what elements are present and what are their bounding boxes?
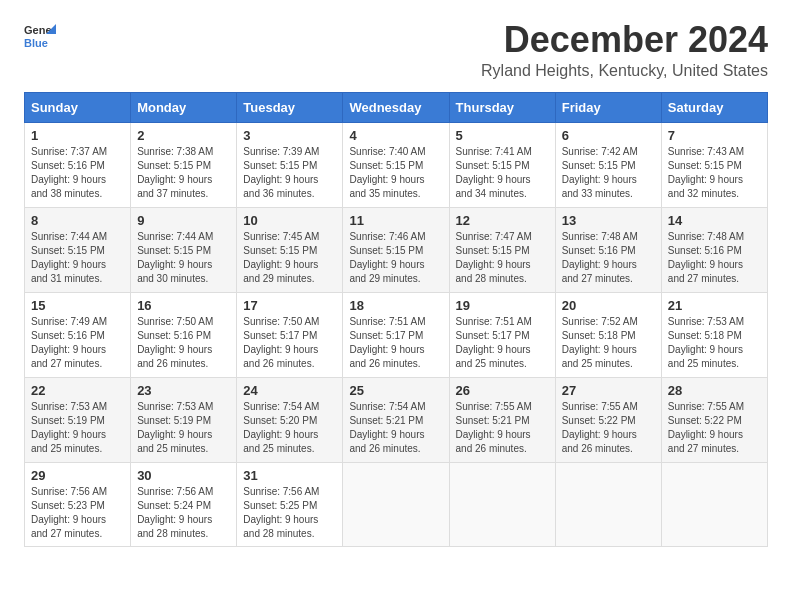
day-number: 31	[243, 468, 336, 483]
day-info: Sunrise: 7:56 AMSunset: 5:25 PMDaylight:…	[243, 485, 336, 541]
day-info: Sunrise: 7:43 AMSunset: 5:15 PMDaylight:…	[668, 145, 761, 201]
day-info: Sunrise: 7:48 AMSunset: 5:16 PMDaylight:…	[562, 230, 655, 286]
day-info: Sunrise: 7:56 AMSunset: 5:24 PMDaylight:…	[137, 485, 230, 541]
header-saturday: Saturday	[661, 92, 767, 122]
day-info: Sunrise: 7:55 AMSunset: 5:22 PMDaylight:…	[562, 400, 655, 456]
table-row: 29Sunrise: 7:56 AMSunset: 5:23 PMDayligh…	[25, 462, 131, 546]
header: General Blue December 2024 Ryland Height…	[24, 20, 768, 80]
day-number: 26	[456, 383, 549, 398]
table-row: 27Sunrise: 7:55 AMSunset: 5:22 PMDayligh…	[555, 377, 661, 462]
day-number: 14	[668, 213, 761, 228]
day-info: Sunrise: 7:49 AMSunset: 5:16 PMDaylight:…	[31, 315, 124, 371]
day-info: Sunrise: 7:44 AMSunset: 5:15 PMDaylight:…	[31, 230, 124, 286]
day-info: Sunrise: 7:55 AMSunset: 5:22 PMDaylight:…	[668, 400, 761, 456]
table-row: 17Sunrise: 7:50 AMSunset: 5:17 PMDayligh…	[237, 292, 343, 377]
day-number: 10	[243, 213, 336, 228]
table-row: 21Sunrise: 7:53 AMSunset: 5:18 PMDayligh…	[661, 292, 767, 377]
day-number: 12	[456, 213, 549, 228]
table-row: 18Sunrise: 7:51 AMSunset: 5:17 PMDayligh…	[343, 292, 449, 377]
table-row: 2Sunrise: 7:38 AMSunset: 5:15 PMDaylight…	[131, 122, 237, 207]
day-number: 25	[349, 383, 442, 398]
day-info: Sunrise: 7:37 AMSunset: 5:16 PMDaylight:…	[31, 145, 124, 201]
day-info: Sunrise: 7:52 AMSunset: 5:18 PMDaylight:…	[562, 315, 655, 371]
table-row: 25Sunrise: 7:54 AMSunset: 5:21 PMDayligh…	[343, 377, 449, 462]
day-info: Sunrise: 7:45 AMSunset: 5:15 PMDaylight:…	[243, 230, 336, 286]
day-info: Sunrise: 7:39 AMSunset: 5:15 PMDaylight:…	[243, 145, 336, 201]
table-row: 16Sunrise: 7:50 AMSunset: 5:16 PMDayligh…	[131, 292, 237, 377]
day-number: 6	[562, 128, 655, 143]
table-row: 4Sunrise: 7:40 AMSunset: 5:15 PMDaylight…	[343, 122, 449, 207]
day-number: 15	[31, 298, 124, 313]
day-info: Sunrise: 7:56 AMSunset: 5:23 PMDaylight:…	[31, 485, 124, 541]
day-info: Sunrise: 7:51 AMSunset: 5:17 PMDaylight:…	[349, 315, 442, 371]
logo: General Blue	[24, 20, 56, 52]
day-info: Sunrise: 7:42 AMSunset: 5:15 PMDaylight:…	[562, 145, 655, 201]
table-row: 13Sunrise: 7:48 AMSunset: 5:16 PMDayligh…	[555, 207, 661, 292]
day-number: 8	[31, 213, 124, 228]
day-number: 11	[349, 213, 442, 228]
header-monday: Monday	[131, 92, 237, 122]
day-info: Sunrise: 7:55 AMSunset: 5:21 PMDaylight:…	[456, 400, 549, 456]
table-row: 15Sunrise: 7:49 AMSunset: 5:16 PMDayligh…	[25, 292, 131, 377]
day-number: 21	[668, 298, 761, 313]
header-sunday: Sunday	[25, 92, 131, 122]
day-info: Sunrise: 7:47 AMSunset: 5:15 PMDaylight:…	[456, 230, 549, 286]
calendar-title: December 2024	[481, 20, 768, 60]
table-row	[555, 462, 661, 546]
day-number: 24	[243, 383, 336, 398]
day-info: Sunrise: 7:54 AMSunset: 5:20 PMDaylight:…	[243, 400, 336, 456]
header-row: Sunday Monday Tuesday Wednesday Thursday…	[25, 92, 768, 122]
svg-text:Blue: Blue	[24, 37, 48, 49]
day-number: 2	[137, 128, 230, 143]
day-number: 28	[668, 383, 761, 398]
table-row: 11Sunrise: 7:46 AMSunset: 5:15 PMDayligh…	[343, 207, 449, 292]
table-row: 24Sunrise: 7:54 AMSunset: 5:20 PMDayligh…	[237, 377, 343, 462]
table-row: 5Sunrise: 7:41 AMSunset: 5:15 PMDaylight…	[449, 122, 555, 207]
day-number: 17	[243, 298, 336, 313]
table-row	[343, 462, 449, 546]
day-info: Sunrise: 7:50 AMSunset: 5:16 PMDaylight:…	[137, 315, 230, 371]
table-row: 9Sunrise: 7:44 AMSunset: 5:15 PMDaylight…	[131, 207, 237, 292]
table-row: 23Sunrise: 7:53 AMSunset: 5:19 PMDayligh…	[131, 377, 237, 462]
day-number: 18	[349, 298, 442, 313]
table-row: 19Sunrise: 7:51 AMSunset: 5:17 PMDayligh…	[449, 292, 555, 377]
table-row: 10Sunrise: 7:45 AMSunset: 5:15 PMDayligh…	[237, 207, 343, 292]
table-row: 26Sunrise: 7:55 AMSunset: 5:21 PMDayligh…	[449, 377, 555, 462]
table-row: 22Sunrise: 7:53 AMSunset: 5:19 PMDayligh…	[25, 377, 131, 462]
day-info: Sunrise: 7:44 AMSunset: 5:15 PMDaylight:…	[137, 230, 230, 286]
day-info: Sunrise: 7:53 AMSunset: 5:19 PMDaylight:…	[31, 400, 124, 456]
day-number: 5	[456, 128, 549, 143]
table-row: 1Sunrise: 7:37 AMSunset: 5:16 PMDaylight…	[25, 122, 131, 207]
day-number: 22	[31, 383, 124, 398]
day-number: 13	[562, 213, 655, 228]
table-row: 30Sunrise: 7:56 AMSunset: 5:24 PMDayligh…	[131, 462, 237, 546]
header-tuesday: Tuesday	[237, 92, 343, 122]
day-number: 16	[137, 298, 230, 313]
day-number: 29	[31, 468, 124, 483]
day-number: 23	[137, 383, 230, 398]
day-info: Sunrise: 7:54 AMSunset: 5:21 PMDaylight:…	[349, 400, 442, 456]
day-info: Sunrise: 7:51 AMSunset: 5:17 PMDaylight:…	[456, 315, 549, 371]
day-info: Sunrise: 7:53 AMSunset: 5:19 PMDaylight:…	[137, 400, 230, 456]
day-number: 1	[31, 128, 124, 143]
day-info: Sunrise: 7:50 AMSunset: 5:17 PMDaylight:…	[243, 315, 336, 371]
table-row	[449, 462, 555, 546]
day-info: Sunrise: 7:38 AMSunset: 5:15 PMDaylight:…	[137, 145, 230, 201]
calendar-subtitle: Ryland Heights, Kentucky, United States	[481, 62, 768, 80]
table-row: 3Sunrise: 7:39 AMSunset: 5:15 PMDaylight…	[237, 122, 343, 207]
table-row: 31Sunrise: 7:56 AMSunset: 5:25 PMDayligh…	[237, 462, 343, 546]
day-info: Sunrise: 7:48 AMSunset: 5:16 PMDaylight:…	[668, 230, 761, 286]
table-row	[661, 462, 767, 546]
calendar-table: Sunday Monday Tuesday Wednesday Thursday…	[24, 92, 768, 547]
day-number: 3	[243, 128, 336, 143]
day-number: 27	[562, 383, 655, 398]
day-number: 19	[456, 298, 549, 313]
day-info: Sunrise: 7:41 AMSunset: 5:15 PMDaylight:…	[456, 145, 549, 201]
table-row: 28Sunrise: 7:55 AMSunset: 5:22 PMDayligh…	[661, 377, 767, 462]
table-row: 7Sunrise: 7:43 AMSunset: 5:15 PMDaylight…	[661, 122, 767, 207]
table-row: 12Sunrise: 7:47 AMSunset: 5:15 PMDayligh…	[449, 207, 555, 292]
day-info: Sunrise: 7:40 AMSunset: 5:15 PMDaylight:…	[349, 145, 442, 201]
logo-icon: General Blue	[24, 20, 56, 52]
day-number: 4	[349, 128, 442, 143]
day-number: 20	[562, 298, 655, 313]
